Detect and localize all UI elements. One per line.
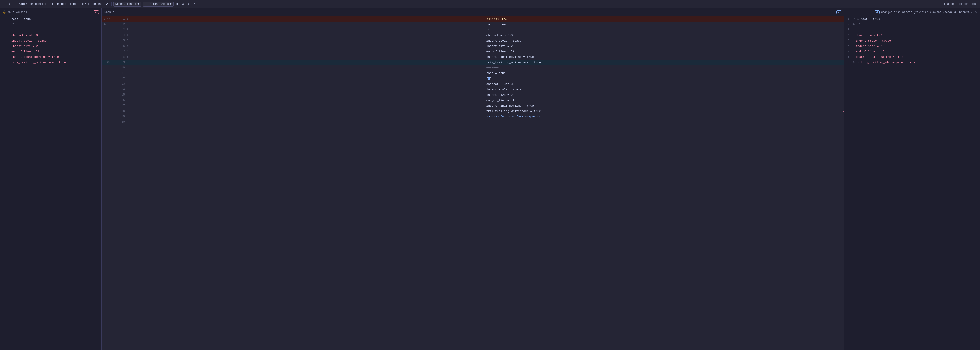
line-content: trim_trailing_whitespace = true [486,61,845,64]
table-row: 19 >>>>>>> feature/eform_component [102,114,844,119]
branch-icon-button[interactable]: ⑃ [13,2,18,6]
line-number-right: 7 [127,50,486,53]
chevron-down-icon-2: ▼ [170,3,172,6]
line-controls[interactable]: ✕ >> [102,17,120,21]
table-row: ✕ >> 9 9 trim_trailing_whitespace = true [102,60,844,65]
table-row: end_of_line = lf [0,49,102,54]
left-arrow-button-2[interactable]: << [852,60,856,64]
right-button-2[interactable]: >> [106,60,111,64]
line-controls[interactable]: 👁 [102,22,120,27]
right-button[interactable]: >> [106,17,111,21]
line-number: 9 [120,61,127,64]
x-button[interactable]: ✕ [103,17,105,21]
eye-button-right[interactable]: 👁 [852,22,856,27]
table-row: 17 insert_final_newline = true [102,103,844,108]
table-row: 14 indent_style = space [102,87,844,92]
settings-button[interactable]: ⚙ [186,2,191,6]
line-content: indent_style = space [11,39,102,43]
table-row: 8 8 insert_final_newline = true [102,54,844,60]
x-button-right-2[interactable]: ✕ [857,60,859,64]
line-content: indent_style = space [486,88,845,91]
right-arrows-icon: « [92,3,94,6]
cursor: * [488,77,490,81]
help-button[interactable]: ? [192,2,196,6]
apply-label: Apply non-conflicting changes: [19,3,68,6]
line-content: indent_style = space [486,39,845,43]
line-actions[interactable]: 2 👁 [845,22,857,27]
line-number: 18 [120,109,127,113]
line-content: end_of_line = lf [11,50,102,53]
apply-all-button[interactable]: «» All [80,2,90,6]
down-button[interactable]: ↓ [8,2,12,6]
line-content: root = true [486,23,845,26]
left-panel-title: Your version [8,11,27,14]
line-actions: 8 [845,55,856,59]
ignore-dropdown[interactable]: Do not ignore ▼ [113,2,141,6]
eye-button[interactable]: 👁 [103,22,107,27]
line-number: 3 [120,28,127,32]
content-area: root = true [*] charset = utf-8 [0,16,980,350]
line-number: 5 [120,39,127,42]
line-number: 2 [120,23,127,26]
line-content: insert_final_newline = true [486,55,845,59]
table-row: charset = utf-8 [0,33,102,38]
table-row: 12 [*] [102,76,844,81]
x-button-right[interactable]: ✕ [857,17,859,21]
line-number-right: 5 [127,39,486,42]
line-content: root = true [861,17,980,21]
line-number: 20 [120,120,127,124]
up-button[interactable]: ↑ [2,2,6,6]
x-button-2[interactable]: ✕ [103,60,105,64]
left-arrow-button[interactable]: << [852,17,856,21]
right-panel-title: Changes from server (revision 03c7bcc42b… [881,11,977,14]
line-content: indent_size = 2 [486,44,845,48]
line-content: [*] [486,77,845,81]
expand-button[interactable]: ⤢ [105,2,110,6]
table-row: ✕ >> 1 1 <<<<<<< HEAD [102,16,844,22]
line-number: 11 [120,71,127,75]
right-lf-badge: LF [875,10,880,14]
line-content: trim_trailing_whitespace = true [861,61,980,64]
sync-button[interactable]: ⇄ [181,2,185,6]
left-code: root = true [*] charset = utf-8 [0,16,102,70]
conflict-indicator [843,111,844,112]
left-arrows-icon: » [70,3,72,6]
table-row: 15 indent_size = 2 [102,92,844,98]
line-content: charset = utf-8 [486,34,845,37]
line-actions[interactable]: 9 << ✕ [845,60,861,64]
line-number-right: 3 [127,28,486,32]
table-row: 5 5 indent_style = space [102,38,844,43]
line-content: indent_size = 2 [11,44,102,48]
table-row: 8 insert_final_newline = true [845,54,980,60]
apply-right-button[interactable]: « Right [92,2,103,6]
middle-lf-badge: LF [837,10,842,14]
table-row: 👁 2 2 root = true [102,22,844,27]
line-content: [*] [486,28,845,32]
table-row: 2 👁 [*] [845,22,980,27]
table-row: 18 trim_trailing_whitespace = true [102,108,844,114]
line-content: ======= [486,66,845,70]
down-icon: ↓ [9,3,10,6]
apply-left-button[interactable]: » Left [69,2,79,6]
line-number: 17 [120,104,127,107]
line-actions: 3 [845,28,856,32]
right-pane[interactable]: 1 << ✕ root = true 2 👁 [*] [845,16,980,350]
line-number: 8 [120,55,127,59]
close-diff-button[interactable]: ✕ [175,2,179,6]
help-icon: ? [193,3,195,6]
table-row: 10 ======= [102,65,844,70]
line-content: end_of_line = lf [486,50,845,53]
line-actions: 6 [845,44,856,48]
table-row: root = true [0,16,102,22]
right-panel-header: LF Changes from server (revision 03c7bcc… [845,8,980,16]
middle-pane[interactable]: ✕ >> 1 1 <<<<<<< HEAD 👁 2 2 root = true [102,16,845,350]
highlight-dropdown[interactable]: Highlight words ▼ [143,2,173,6]
line-content: end_of_line = lf [486,99,845,102]
line-content: insert_final_newline = true [11,55,102,59]
line-number: 16 [120,99,127,102]
line-actions[interactable]: 1 << ✕ [845,17,861,21]
line-content: end_of_line = lf [856,50,980,53]
left-pane[interactable]: root = true [*] charset = utf-8 [0,16,102,350]
line-controls[interactable]: ✕ >> [102,60,120,64]
branch-icon: ⑃ [14,3,16,6]
